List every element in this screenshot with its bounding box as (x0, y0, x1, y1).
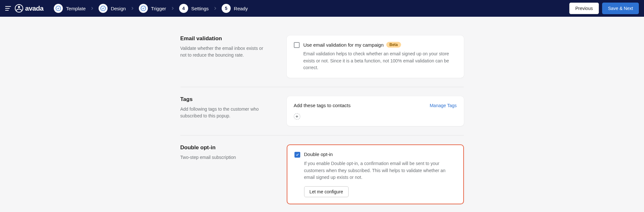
section-left: Tags Add following tags to the customer … (180, 96, 267, 126)
card-desc: If you enable Double opt-in, a confirmat… (304, 160, 456, 181)
card-desc: Email validation helps to check whether … (303, 51, 457, 71)
section-desc: Two-step email subscription (180, 154, 267, 161)
validation-checkbox[interactable] (294, 42, 300, 48)
step-label: Settings (191, 6, 209, 11)
chevron-right-icon (90, 6, 95, 11)
check-row: Use email validation for my campaign Bet… (294, 42, 457, 48)
header: avada Template Design Trigger 4 Settings (0, 0, 644, 17)
logo-text: avada (25, 5, 43, 12)
chevron-right-icon (213, 6, 218, 11)
step-label: Trigger (151, 6, 166, 11)
previous-button[interactable]: Previous (569, 3, 599, 14)
section-left: Email validation Validate whether the em… (180, 35, 267, 78)
steps: Template Design Trigger 4 Settings 5 Rea… (54, 4, 248, 13)
container: Email validation Validate whether the em… (180, 26, 464, 212)
svg-point-0 (15, 5, 23, 12)
chevron-right-icon (170, 6, 175, 11)
section-desc: Validate whether the email inbox exists … (180, 45, 267, 59)
step-trigger[interactable]: Trigger (139, 4, 166, 13)
step-label: Ready (234, 6, 248, 11)
tags-title: Add these tags to contacts (294, 103, 351, 108)
header-left: avada Template Design Trigger 4 Settings (5, 4, 248, 13)
section-left: Double opt-in Two-step email subscriptio… (180, 144, 267, 204)
content: Email validation Validate whether the em… (0, 17, 644, 212)
header-right: Previous Save & Next (569, 3, 639, 14)
logo: avada (15, 4, 43, 13)
step-number: 5 (222, 4, 231, 13)
section-tags: Tags Add following tags to the customer … (180, 87, 464, 135)
check-label-text: Use email validation for my campaign (303, 42, 384, 48)
step-design[interactable]: Design (99, 4, 126, 13)
save-next-button[interactable]: Save & Next (602, 3, 639, 14)
svg-point-4 (141, 6, 146, 11)
optin-card: Double opt-in If you enable Double opt-i… (287, 144, 464, 204)
section-double-optin: Double opt-in Two-step email subscriptio… (180, 135, 464, 212)
tags-card: Add these tags to contacts Manage Tags + (287, 96, 464, 126)
beta-badge: Beta (386, 42, 401, 48)
configure-button[interactable]: Let me configure (304, 186, 349, 197)
logo-icon (15, 4, 23, 13)
step-template[interactable]: Template (54, 4, 86, 13)
step-ready[interactable]: 5 Ready (222, 4, 248, 13)
chevron-right-icon (130, 6, 135, 11)
check-label-text: Double opt-in (304, 152, 333, 157)
step-settings[interactable]: 4 Settings (179, 4, 209, 13)
menu-icon[interactable] (5, 6, 11, 11)
section-email-validation: Email validation Validate whether the em… (180, 26, 464, 87)
section-desc: Add following tags to the customer who s… (180, 106, 267, 119)
add-tag-button[interactable]: + (294, 113, 300, 120)
check-circle-icon (54, 4, 63, 13)
step-label: Design (111, 6, 126, 11)
step-label: Template (66, 6, 86, 11)
section-title: Double opt-in (180, 144, 267, 151)
tags-header: Add these tags to contacts Manage Tags (294, 103, 457, 108)
section-title: Email validation (180, 35, 267, 42)
svg-point-2 (56, 6, 61, 11)
svg-point-3 (101, 6, 105, 11)
check-label: Use email validation for my campaign Bet… (303, 42, 401, 48)
validation-card: Use email validation for my campaign Bet… (287, 35, 464, 78)
manage-tags-link[interactable]: Manage Tags (430, 103, 457, 108)
check-row: Double opt-in (294, 152, 456, 158)
svg-point-1 (18, 6, 20, 8)
section-title: Tags (180, 96, 267, 103)
step-number: 4 (179, 4, 188, 13)
check-circle-icon (99, 4, 108, 13)
check-label: Double opt-in (304, 152, 333, 157)
optin-checkbox[interactable] (294, 152, 300, 158)
check-circle-icon (139, 4, 148, 13)
